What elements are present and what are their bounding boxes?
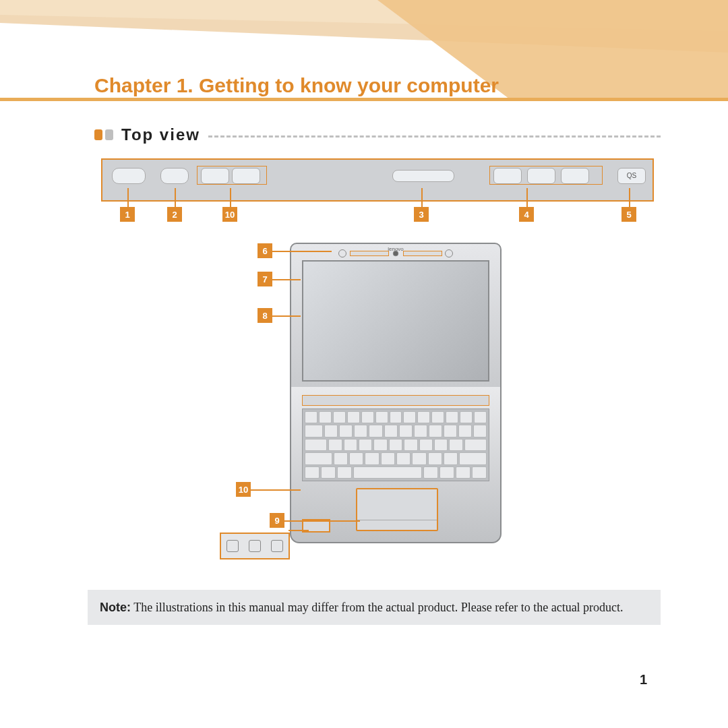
callout-10: 10: [222, 207, 237, 222]
power-led-icon: [226, 540, 239, 552]
callout-10: 10: [236, 482, 251, 497]
callout-2: 2: [167, 207, 182, 222]
top-view-figure: QS 1 2 10 3 4 5 lenovo: [101, 158, 654, 576]
button-bar-zoom: QS: [101, 158, 654, 202]
leader-line: [526, 188, 528, 207]
leader-line: [629, 188, 630, 207]
microphone-slot: [392, 170, 454, 182]
callout-6: 6: [257, 243, 272, 258]
bullet-decoration: [94, 129, 113, 140]
wireless-led-icon: [271, 540, 283, 552]
heading-rule: [208, 135, 661, 138]
section-heading-row: Top view: [94, 125, 661, 144]
note-label: Note:: [100, 601, 131, 614]
display-panel: [302, 260, 489, 382]
keyboard: [302, 408, 489, 481]
callout-3: 3: [414, 207, 429, 222]
note-text: The illustrations in this manual may dif…: [131, 601, 624, 614]
leader-line: [230, 188, 231, 207]
chapter-title: Chapter 1. Getting to know your computer: [94, 74, 499, 97]
laptop-illustration: lenovo: [290, 243, 499, 553]
section-title: Top view: [121, 125, 200, 144]
note-box: Note: The illustrations in this manual m…: [88, 590, 661, 625]
power-button: [112, 168, 146, 184]
camera-icon: [393, 251, 398, 256]
volume-down-button: [561, 168, 589, 184]
leader-line: [289, 530, 309, 531]
svg-marker-3: [0, 98, 728, 101]
indicator-1: [201, 168, 229, 184]
camera-mic-row: [338, 249, 453, 257]
callout-7: 7: [257, 272, 272, 286]
callout-1: 1: [120, 207, 135, 222]
led-zoom-inset: [220, 533, 290, 559]
volume-up-button: [527, 168, 555, 184]
leader-line: [175, 188, 176, 207]
callout-9: 9: [270, 513, 284, 528]
function-key-row: [302, 395, 489, 406]
battery-led-icon: [249, 540, 261, 552]
speaker-right-icon: [445, 249, 453, 257]
mute-button: [493, 168, 522, 184]
callout-8: 8: [257, 308, 272, 323]
indicator-2: [232, 168, 260, 184]
laptop-lid: lenovo: [290, 243, 502, 392]
page-number: 1: [640, 672, 647, 688]
leader-line: [421, 188, 423, 207]
callout-4: 4: [519, 207, 534, 222]
leader-line: [284, 520, 360, 522]
leader-line: [127, 188, 129, 207]
leader-line: [251, 489, 301, 491]
leader-line: [272, 315, 301, 317]
mic-array-left: [350, 251, 389, 256]
recovery-button: [160, 168, 189, 184]
leader-line: [272, 279, 301, 280]
manual-page: Chapter 1. Getting to know your computer…: [0, 0, 728, 728]
callout-5: 5: [621, 207, 636, 222]
mic-array-right: [403, 251, 442, 256]
leader-line: [272, 251, 332, 252]
speaker-left-icon: [338, 249, 346, 257]
qs-button: QS: [617, 168, 646, 184]
touchpad: [356, 488, 438, 531]
